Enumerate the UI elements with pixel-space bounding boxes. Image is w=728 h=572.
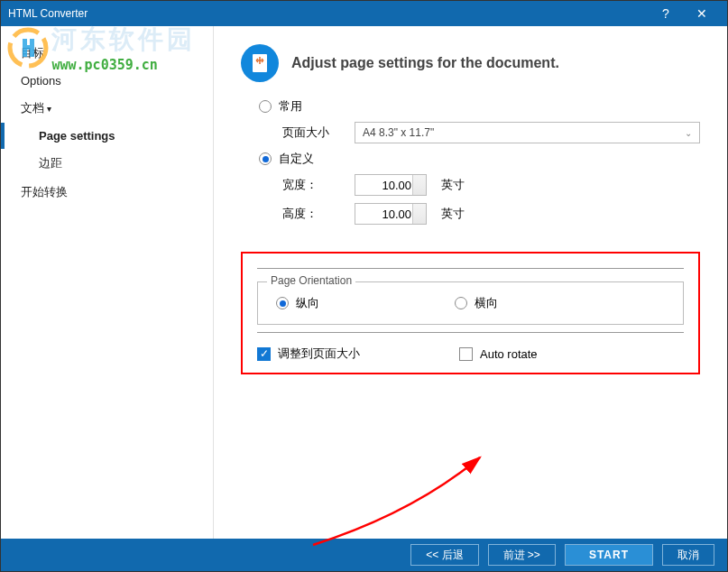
orientation-legend: Page Orientation [267, 274, 355, 287]
radio-portrait[interactable] [276, 297, 289, 309]
page-size-select[interactable]: A4 8.3" x 11.7" ⌄ [355, 122, 700, 143]
sidebar-item-margins[interactable]: 边距 [1, 149, 213, 178]
radio-common[interactable] [259, 100, 272, 113]
height-input[interactable]: 10.00 [355, 203, 427, 225]
next-button[interactable]: 前进 >> [488, 544, 556, 566]
page-size-label: 页面大小 [282, 125, 355, 141]
sidebar-item-start[interactable]: 开始转换 [1, 178, 213, 207]
fit-checkbox[interactable]: ✓ [257, 347, 271, 361]
sidebar-item-page-settings[interactable]: Page settings [1, 123, 213, 149]
divider [257, 268, 684, 269]
close-button[interactable]: ✕ [684, 6, 720, 21]
start-button[interactable]: START [565, 544, 653, 566]
page-title: Adjust page settings for the document. [291, 55, 559, 71]
chevron-down-icon: ⌄ [685, 128, 692, 138]
window-title: HTML Converter [8, 7, 648, 20]
footer-bar: << 后退 前进 >> START 取消 [1, 539, 727, 571]
annotation-arrow [304, 441, 502, 549]
radio-landscape[interactable] [455, 297, 467, 309]
radio-custom[interactable] [259, 152, 272, 165]
fit-checkbox-row[interactable]: ✓ 调整到页面大小 [257, 346, 360, 362]
radio-common-label: 常用 [279, 98, 302, 115]
main-panel: Adjust page settings for the document. 常… [214, 26, 727, 539]
sidebar-item-document[interactable]: 文档 [1, 94, 213, 123]
width-input[interactable]: 10.00 [355, 174, 427, 196]
page-settings-icon [241, 44, 279, 82]
highlight-box: Page Orientation 纵向 横向 ✓ 调整到页面大小 [241, 252, 700, 374]
width-label: 宽度： [282, 177, 355, 193]
radio-row-custom[interactable]: 自定义 [259, 151, 700, 167]
radio-portrait-row[interactable]: 纵向 [276, 295, 319, 311]
portrait-label: 纵向 [296, 295, 319, 311]
auto-rotate-label: Auto rotate [480, 347, 538, 361]
height-unit: 英寸 [441, 206, 465, 222]
sidebar: 目标 Options 文档 Page settings 边距 开始转换 [1, 26, 214, 539]
back-button[interactable]: << 后退 [410, 544, 478, 566]
cancel-button[interactable]: 取消 [662, 544, 714, 566]
fit-label: 调整到页面大小 [278, 346, 360, 362]
landscape-label: 横向 [475, 295, 498, 311]
radio-custom-label: 自定义 [279, 151, 314, 167]
divider [257, 332, 684, 333]
help-button[interactable]: ? [648, 6, 684, 21]
height-label: 高度： [282, 206, 355, 222]
orientation-fieldset: Page Orientation 纵向 横向 [257, 281, 684, 325]
width-unit: 英寸 [441, 177, 465, 193]
sidebar-item-target[interactable]: 目标 [1, 39, 213, 68]
title-bar: HTML Converter ? ✕ [1, 1, 727, 26]
page-size-value: A4 8.3" x 11.7" [363, 126, 434, 139]
sidebar-item-options[interactable]: Options [1, 68, 213, 94]
auto-rotate-checkbox[interactable] [459, 347, 473, 361]
radio-row-common[interactable]: 常用 [259, 98, 700, 115]
radio-landscape-row[interactable]: 横向 [455, 295, 498, 311]
auto-rotate-row[interactable]: Auto rotate [459, 346, 538, 362]
